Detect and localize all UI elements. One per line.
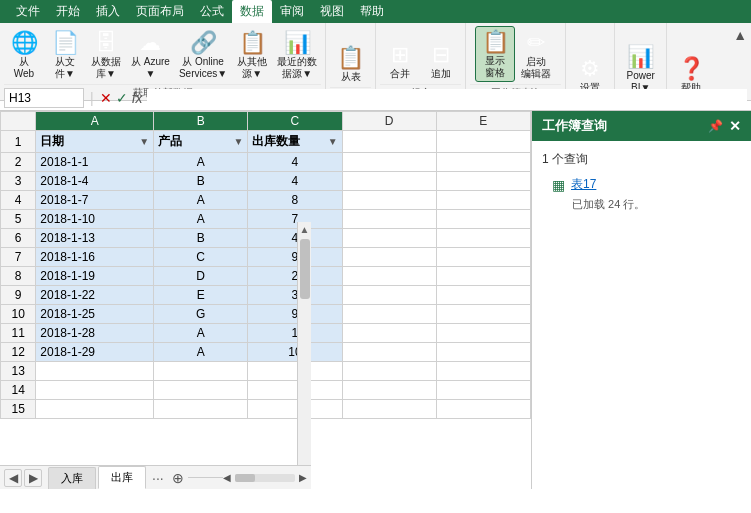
tab-insert[interactable]: 插入 bbox=[88, 0, 128, 23]
cell-e4[interactable] bbox=[436, 191, 530, 210]
cell-b5[interactable]: A bbox=[154, 210, 248, 229]
cell-a2[interactable]: 2018-1-1 bbox=[36, 153, 154, 172]
horizontal-scrollbar[interactable] bbox=[235, 474, 295, 482]
cell-b7[interactable]: C bbox=[154, 248, 248, 267]
cell-a1[interactable]: 日期 ▼ bbox=[36, 131, 154, 153]
wq-table-item[interactable]: ▦ 表17 bbox=[542, 174, 741, 195]
btn-azure[interactable]: ☁ 从 Azure▼ bbox=[127, 28, 174, 82]
col-header-d[interactable]: D bbox=[342, 112, 436, 131]
tab-data[interactable]: 数据 bbox=[232, 0, 272, 23]
wq-table-name[interactable]: 表17 bbox=[571, 176, 596, 193]
cell-d4[interactable] bbox=[342, 191, 436, 210]
cell-a9[interactable]: 2018-1-22 bbox=[36, 286, 154, 305]
cell-b12[interactable]: A bbox=[154, 343, 248, 362]
cell-c5[interactable]: 7 bbox=[248, 210, 342, 229]
cell-e5[interactable] bbox=[436, 210, 530, 229]
cell-a10[interactable]: 2018-1-25 bbox=[36, 305, 154, 324]
btn-start-editor[interactable]: ✏ 启动编辑器 bbox=[516, 28, 556, 82]
cell-a5[interactable]: 2018-1-10 bbox=[36, 210, 154, 229]
tab-view[interactable]: 视图 bbox=[312, 0, 352, 23]
btn-append[interactable]: ⊟ 追加 bbox=[421, 40, 461, 82]
cell-c15[interactable] bbox=[248, 400, 342, 419]
cell-a4[interactable]: 2018-1-7 bbox=[36, 191, 154, 210]
cell-d7[interactable] bbox=[342, 248, 436, 267]
formula-confirm-icon[interactable]: ✓ bbox=[116, 90, 128, 106]
cell-b6[interactable]: B bbox=[154, 229, 248, 248]
cell-b3[interactable]: B bbox=[154, 172, 248, 191]
cell-c13[interactable] bbox=[248, 362, 342, 381]
h-scroll-right-btn[interactable]: ▶ bbox=[299, 472, 307, 483]
cell-b14[interactable] bbox=[154, 381, 248, 400]
cell-d13[interactable] bbox=[342, 362, 436, 381]
cell-c8[interactable]: 2 bbox=[248, 267, 342, 286]
formula-cancel-icon[interactable]: ✕ bbox=[100, 90, 112, 106]
col-header-e[interactable]: E bbox=[436, 112, 530, 131]
cell-c14[interactable] bbox=[248, 381, 342, 400]
cell-b13[interactable] bbox=[154, 362, 248, 381]
cell-b2[interactable]: A bbox=[154, 153, 248, 172]
col-header-b[interactable]: B bbox=[154, 112, 248, 131]
cell-e14[interactable] bbox=[436, 381, 530, 400]
name-box[interactable] bbox=[4, 88, 84, 108]
btn-web[interactable]: 🌐 从Web bbox=[4, 28, 44, 82]
btn-show-pane[interactable]: 📋 显示窗格 bbox=[475, 26, 515, 82]
cell-a3[interactable]: 2018-1-4 bbox=[36, 172, 154, 191]
scroll-thumb[interactable] bbox=[300, 239, 310, 299]
tab-formula[interactable]: 公式 bbox=[192, 0, 232, 23]
cell-b1[interactable]: 产品 ▼ bbox=[154, 131, 248, 153]
cell-d8[interactable] bbox=[342, 267, 436, 286]
cell-e2[interactable] bbox=[436, 153, 530, 172]
btn-online[interactable]: 🔗 从 OnlineServices▼ bbox=[175, 28, 231, 82]
btn-merge[interactable]: ⊞ 合并 bbox=[380, 40, 420, 82]
cell-e12[interactable] bbox=[436, 343, 530, 362]
cell-d14[interactable] bbox=[342, 381, 436, 400]
cell-a15[interactable] bbox=[36, 400, 154, 419]
sheet-more-btn[interactable]: ··· bbox=[148, 470, 168, 486]
col-header-c[interactable]: C bbox=[248, 112, 342, 131]
wq-pin-btn[interactable]: 📌 bbox=[708, 119, 723, 133]
cell-d9[interactable] bbox=[342, 286, 436, 305]
btn-from-table[interactable]: 📋 从表 bbox=[331, 43, 371, 85]
cell-d3[interactable] bbox=[342, 172, 436, 191]
btn-file[interactable]: 📄 从文件▼ bbox=[45, 28, 85, 82]
cell-c10[interactable]: 9 bbox=[248, 305, 342, 324]
scroll-up-btn[interactable]: ▲ bbox=[298, 224, 311, 235]
vertical-scrollbar[interactable]: ▲ ▼ bbox=[297, 222, 311, 489]
cell-b11[interactable]: A bbox=[154, 324, 248, 343]
spreadsheet-scroll[interactable]: A B C D E 1 日期 ▼ bbox=[0, 111, 531, 489]
cell-e9[interactable] bbox=[436, 286, 530, 305]
cell-d10[interactable] bbox=[342, 305, 436, 324]
cell-c11[interactable]: 1 bbox=[248, 324, 342, 343]
formula-input[interactable] bbox=[147, 89, 747, 107]
wq-close-btn[interactable]: ✕ bbox=[729, 118, 741, 134]
cell-e11[interactable] bbox=[436, 324, 530, 343]
cell-e6[interactable] bbox=[436, 229, 530, 248]
cell-a14[interactable] bbox=[36, 381, 154, 400]
cell-a11[interactable]: 2018-1-28 bbox=[36, 324, 154, 343]
tab-file[interactable]: 文件 bbox=[8, 0, 48, 23]
cell-c4[interactable]: 8 bbox=[248, 191, 342, 210]
sheet-prev-btn[interactable]: ◀ bbox=[4, 469, 22, 487]
cell-a12[interactable]: 2018-1-29 bbox=[36, 343, 154, 362]
btn-other[interactable]: 📋 从其他源▼ bbox=[232, 28, 272, 82]
sheet-tab-ruku[interactable]: 入库 bbox=[48, 467, 96, 489]
cell-d2[interactable] bbox=[342, 153, 436, 172]
cell-b10[interactable]: G bbox=[154, 305, 248, 324]
cell-c12[interactable]: 10 bbox=[248, 343, 342, 362]
cell-d12[interactable] bbox=[342, 343, 436, 362]
col-header-a[interactable]: A bbox=[36, 112, 154, 131]
cell-e10[interactable] bbox=[436, 305, 530, 324]
formula-fx-icon[interactable]: fx bbox=[132, 90, 143, 106]
tab-page-layout[interactable]: 页面布局 bbox=[128, 0, 192, 23]
tab-review[interactable]: 审阅 bbox=[272, 0, 312, 23]
btn-recent[interactable]: 📊 最近的数据源▼ bbox=[273, 28, 321, 82]
cell-c1[interactable]: 出库数量 ▼ bbox=[248, 131, 342, 153]
cell-c9[interactable]: 3 bbox=[248, 286, 342, 305]
cell-b15[interactable] bbox=[154, 400, 248, 419]
cell-a8[interactable]: 2018-1-19 bbox=[36, 267, 154, 286]
sheet-add-btn[interactable]: ⊕ bbox=[172, 470, 184, 486]
btn-db[interactable]: 🗄 从数据库▼ bbox=[86, 28, 126, 82]
cell-e1[interactable] bbox=[436, 131, 530, 153]
cell-b9[interactable]: E bbox=[154, 286, 248, 305]
sheet-next-btn[interactable]: ▶ bbox=[24, 469, 42, 487]
